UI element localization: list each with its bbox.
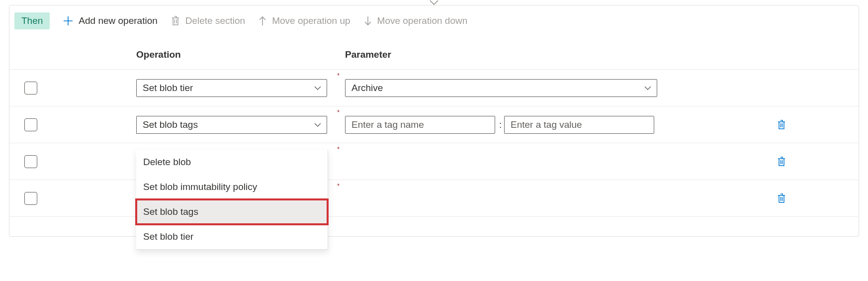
operation-select-value: Set blob tags: [143, 119, 198, 130]
operation-select[interactable]: Set blob tags: [136, 116, 327, 134]
move-operation-down-button[interactable]: Move operation down: [363, 15, 468, 26]
required-indicator: *: [335, 180, 345, 189]
required-indicator: *: [335, 106, 345, 116]
parameter-select[interactable]: Archive: [345, 79, 657, 97]
chevron-down-icon: [314, 86, 322, 91]
dropdown-item-delete-blob[interactable]: Delete blob: [136, 150, 328, 175]
operation-select[interactable]: Set blob tier: [136, 79, 327, 97]
delete-row-button[interactable]: [777, 119, 786, 131]
row-checkbox[interactable]: [24, 82, 37, 94]
dropdown-item-set-blob-tags[interactable]: Set blob tags: [136, 199, 328, 224]
arrow-up-icon: [258, 15, 267, 26]
chevron-down-icon: [314, 122, 322, 127]
move-up-label: Move operation up: [272, 15, 350, 26]
required-indicator: *: [335, 143, 345, 153]
move-operation-up-button[interactable]: Move operation up: [258, 15, 350, 26]
parameter-select-value: Archive: [351, 83, 383, 94]
dropdown-item-set-blob-tier[interactable]: Set blob tier: [136, 224, 328, 249]
header-parameter: Parameter: [345, 49, 859, 60]
tag-value-input[interactable]: [504, 116, 654, 134]
row-checkbox[interactable]: [24, 192, 37, 205]
chevron-down-icon: [644, 86, 652, 91]
plus-icon: [63, 15, 74, 26]
operation-row: Set blob tier * Archive: [9, 70, 859, 106]
arrow-down-icon: [363, 15, 372, 26]
move-down-label: Move operation down: [377, 15, 468, 26]
row-checkbox[interactable]: [24, 155, 37, 168]
add-new-operation-label: Add new operation: [79, 15, 157, 26]
section-toolbar: Then Add new operation Delete section Mo…: [9, 5, 859, 34]
operation-row: Set blob tags * :: [9, 106, 859, 143]
delete-row-button[interactable]: [777, 156, 786, 168]
required-indicator: *: [335, 70, 345, 79]
then-section-panel: Then Add new operation Delete section Mo…: [9, 5, 859, 237]
tag-separator: :: [495, 119, 504, 130]
trash-icon: [171, 15, 180, 26]
operation-dropdown: Delete blob Set blob immutability policy…: [136, 150, 328, 250]
row-checkbox[interactable]: [24, 118, 37, 131]
operation-select-value: Set blob tier: [143, 83, 193, 94]
column-headers: Operation Parameter: [9, 34, 859, 70]
delete-row-button[interactable]: [777, 192, 786, 204]
add-new-operation-button[interactable]: Add new operation: [63, 15, 157, 26]
delete-section-label: Delete section: [185, 15, 245, 26]
delete-section-button[interactable]: Delete section: [171, 15, 245, 26]
tag-name-input[interactable]: [345, 116, 495, 134]
dropdown-item-set-immutability[interactable]: Set blob immutability policy: [136, 175, 328, 199]
section-type-chip: Then: [14, 12, 50, 29]
header-operation: Operation: [136, 49, 345, 60]
